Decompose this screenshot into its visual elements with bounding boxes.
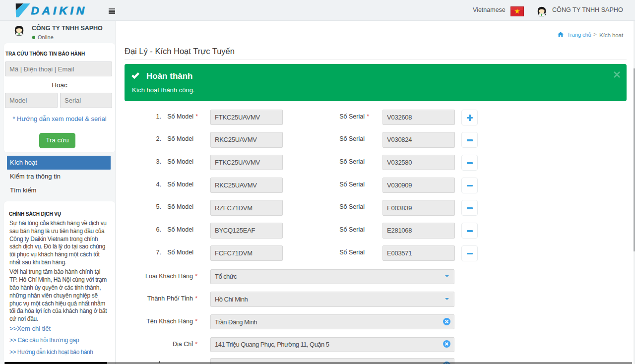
svg-text:DAIKIN: DAIKIN: [31, 4, 88, 17]
